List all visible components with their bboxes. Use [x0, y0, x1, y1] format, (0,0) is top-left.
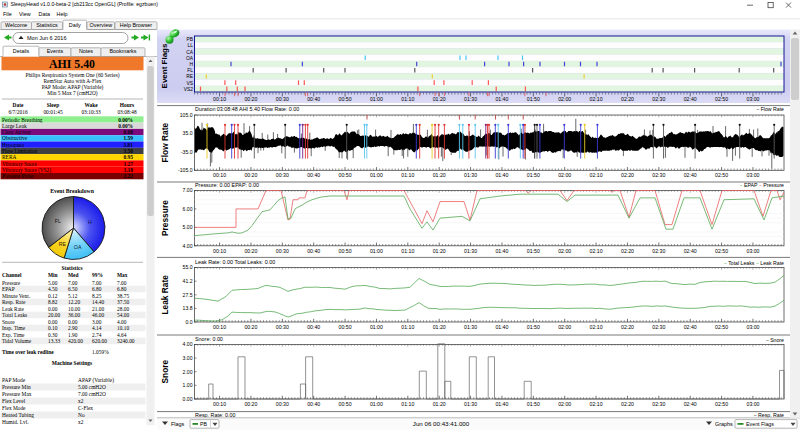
svg-text:PB: PB: [200, 421, 207, 427]
svg-text:2.00: 2.00: [183, 369, 193, 375]
svg-text:SleepyHead v1.0.0-beta-2 [cb21: SleepyHead v1.0.0-beta-2 [cb213cc OpenGL…: [11, 1, 159, 7]
svg-text:VS: VS: [186, 81, 193, 86]
svg-text:01:10: 01:10: [401, 401, 414, 407]
svg-text:FL: FL: [187, 68, 193, 73]
svg-text:03:00: 03:00: [747, 172, 760, 178]
svg-text:01:40: 01:40: [495, 248, 508, 254]
svg-text:10.00: 10.00: [68, 306, 80, 312]
svg-text:01:00: 01:00: [370, 401, 383, 407]
svg-text:20.00: 20.00: [48, 312, 60, 318]
svg-text:01:10: 01:10: [401, 172, 414, 178]
svg-text:Help Browser: Help Browser: [120, 22, 153, 28]
svg-text:02:40: 02:40: [684, 172, 697, 178]
svg-text:Leak Rate: 0.00 Total Leaks: 0: Leak Rate: 0.00 Total Leaks: 0.00: [195, 259, 275, 265]
svg-text:Pressure: 0.00 EPAP: 0.00: Pressure: 0.00 EPAP: 0.00: [195, 182, 259, 188]
svg-text:2.22: 2.22: [124, 173, 134, 179]
svg-text:AHI 5.40: AHI 5.40: [49, 57, 95, 71]
svg-text:02:50: 02:50: [715, 401, 728, 407]
svg-text:01:10: 01:10: [401, 324, 414, 330]
svg-text:10.10: 10.10: [117, 325, 129, 331]
svg-text:01:00: 01:00: [370, 96, 383, 102]
svg-text:0.0: 0.0: [185, 319, 192, 325]
svg-text:3240.00: 3240.00: [117, 338, 135, 344]
svg-text:Obstructive: Obstructive: [2, 135, 28, 141]
svg-text:4.00: 4.00: [117, 319, 127, 325]
svg-text:Events: Events: [47, 48, 64, 54]
svg-text:00:30: 00:30: [276, 96, 289, 102]
svg-text:03:00: 03:00: [747, 401, 760, 407]
svg-text:00:10: 00:10: [213, 248, 226, 254]
svg-text:OA: OA: [74, 244, 82, 250]
svg-text:00:20: 00:20: [244, 401, 257, 407]
svg-text:1.90: 1.90: [68, 332, 78, 338]
svg-text:105.0: 105.0: [180, 112, 193, 118]
svg-text:00:20: 00:20: [244, 96, 257, 102]
svg-text:02:30: 02:30: [652, 96, 665, 102]
svg-text:01:30: 01:30: [464, 248, 477, 254]
svg-text:03:00: 03:00: [747, 248, 760, 254]
svg-text:0.95: 0.95: [124, 154, 134, 160]
svg-text:01:30: 01:30: [464, 324, 477, 330]
svg-text:00:50: 00:50: [339, 248, 352, 254]
svg-text:2.74: 2.74: [92, 332, 102, 338]
svg-text:View: View: [19, 11, 31, 17]
svg-text:02:20: 02:20: [621, 96, 634, 102]
svg-text:Flow Rate: Flow Rate: [161, 122, 171, 162]
svg-text:01:40: 01:40: [495, 401, 508, 407]
svg-text:Pressure Max: Pressure Max: [2, 391, 32, 397]
svg-text:Bookmarks: Bookmarks: [110, 48, 137, 54]
svg-text:7.00: 7.00: [92, 280, 102, 286]
svg-text:4.64: 4.64: [117, 332, 127, 338]
svg-text:02:00: 02:00: [558, 401, 571, 407]
svg-text:Hours: Hours: [120, 102, 134, 108]
svg-text:7.00: 7.00: [68, 280, 78, 286]
svg-text:Periodic Breathing: Periodic Breathing: [2, 117, 43, 123]
svg-text:0.30: 0.30: [48, 332, 58, 338]
svg-text:02:50: 02:50: [715, 96, 728, 102]
svg-text:01:50: 01:50: [527, 324, 540, 330]
svg-text:1.59: 1.59: [124, 135, 134, 141]
svg-text:4.00: 4.00: [183, 341, 193, 347]
svg-text:01:50: 01:50: [527, 248, 540, 254]
svg-text:01:50: 01:50: [527, 96, 540, 102]
svg-text:02:20: 02:20: [621, 248, 634, 254]
svg-text:6.50: 6.50: [68, 286, 78, 292]
svg-text:00:30: 00:30: [276, 324, 289, 330]
svg-text:5.00: 5.00: [48, 280, 58, 286]
svg-text:Pressure: Pressure: [2, 280, 21, 286]
svg-text:01:40: 01:40: [495, 172, 508, 178]
svg-text:Resp. Rate: Resp. Rate: [2, 299, 26, 305]
svg-text:02:30: 02:30: [652, 401, 665, 407]
svg-text:3.50: 3.50: [124, 148, 134, 154]
svg-text:Notes: Notes: [79, 48, 93, 54]
svg-text:0.00: 0.00: [48, 319, 58, 325]
svg-text:0.10: 0.10: [48, 325, 58, 331]
svg-text:− Snore: − Snore: [766, 337, 784, 343]
svg-text:01:40: 01:40: [495, 324, 508, 330]
svg-text:Sleep: Sleep: [47, 102, 59, 108]
svg-text:Daily: Daily: [69, 22, 81, 28]
svg-text:Vibratory Snore: Vibratory Snore: [2, 161, 37, 167]
svg-text:Welcome: Welcome: [5, 22, 27, 28]
svg-text:CA: CA: [186, 50, 194, 55]
svg-text:02:40: 02:40: [684, 248, 697, 254]
svg-text:Min 5 Max 7 (cmH2O): Min 5 Max 7 (cmH2O): [47, 90, 98, 97]
svg-text:Exp. Time: Exp. Time: [2, 332, 25, 338]
svg-text:14.40: 14.40: [92, 299, 104, 305]
svg-text:Data: Data: [39, 11, 50, 17]
svg-text:Mon Jun 6 2016: Mon Jun 6 2016: [27, 35, 66, 41]
svg-text:Pressure: Pressure: [161, 200, 171, 236]
svg-text:01:40: 01:40: [495, 96, 508, 102]
svg-text:27.5: 27.5: [183, 292, 193, 298]
svg-text:RE: RE: [59, 241, 67, 247]
svg-text:Flex Level: Flex Level: [2, 398, 26, 404]
svg-text:0.00: 0.00: [68, 319, 78, 325]
svg-text:Pressure Min: Pressure Min: [2, 384, 31, 390]
svg-text:41.2: 41.2: [183, 278, 193, 284]
svg-text:Duration 03:08:48 AHI 5.40 Flo: Duration 03:08:48 AHI 5.40 Flow Rate: 0.…: [195, 106, 299, 112]
svg-text:PB: PB: [186, 37, 193, 42]
svg-text:55.0: 55.0: [183, 264, 193, 270]
svg-text:13.33: 13.33: [48, 338, 60, 344]
svg-text:Clear Airway: Clear Airway: [2, 129, 31, 135]
svg-text:03:10:33: 03:10:33: [81, 109, 100, 115]
